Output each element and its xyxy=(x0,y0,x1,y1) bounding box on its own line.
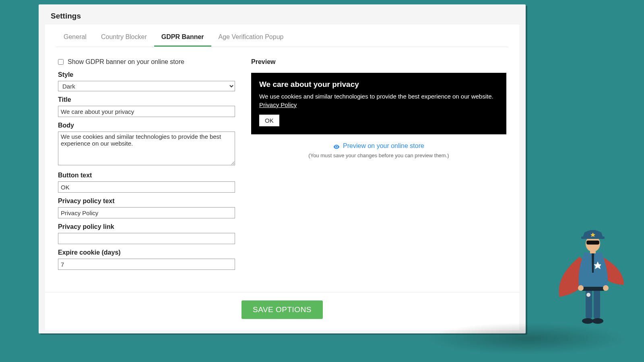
preview-link-text: Preview on your online store xyxy=(343,142,424,150)
tab-age-verification[interactable]: Age Verification Popup xyxy=(211,28,291,47)
preview-privacy-link[interactable]: Privacy Policy xyxy=(259,101,297,108)
body-label: Body xyxy=(58,122,235,129)
style-label: Style xyxy=(58,71,235,78)
privacy-link-input[interactable] xyxy=(58,233,235,244)
title-input[interactable] xyxy=(58,106,235,117)
svg-point-2 xyxy=(582,318,593,324)
preview-label: Preview xyxy=(251,58,506,66)
preview-banner-text: We use cookies and similar technologies … xyxy=(259,93,493,100)
tab-gdpr-banner[interactable]: GDPR Banner xyxy=(154,28,211,47)
tab-general[interactable]: General xyxy=(56,28,94,47)
preview-ok-button[interactable]: OK xyxy=(259,115,279,126)
preview-on-store-link[interactable]: Preview on your online store xyxy=(333,142,424,150)
body-textarea[interactable] xyxy=(58,132,235,165)
show-banner-checkbox[interactable] xyxy=(58,59,64,65)
preview-hint: (You must save your changes before you c… xyxy=(251,152,506,158)
preview-banner: We care about your privacy We use cookie… xyxy=(251,73,506,134)
panel-footer: SAVE OPTIONS xyxy=(45,292,519,319)
expire-input[interactable] xyxy=(58,259,235,270)
panel-body: General Country Blocker GDPR Banner Age … xyxy=(45,25,519,330)
content-area: Show GDPR banner on your online store St… xyxy=(45,47,519,270)
privacy-link-label: Privacy policy link xyxy=(58,223,235,230)
eye-icon xyxy=(333,144,340,148)
save-button[interactable]: SAVE OPTIONS xyxy=(242,300,323,319)
panel-header: Settings xyxy=(39,4,526,25)
svg-rect-11 xyxy=(586,241,599,245)
svg-rect-4 xyxy=(582,287,604,291)
show-banner-label: Show GDPR banner on your online store xyxy=(68,58,184,66)
preview-banner-title: We care about your privacy xyxy=(259,80,498,89)
preview-column: Preview We care about your privacy We us… xyxy=(251,58,506,270)
svg-point-7 xyxy=(578,285,584,291)
expire-label: Expire cookie (days) xyxy=(58,249,235,256)
title-label: Title xyxy=(58,96,235,103)
form-column: Show GDPR banner on your online store St… xyxy=(58,58,235,270)
preview-banner-body: We use cookies and similar technologies … xyxy=(259,92,498,109)
hero-illustration xyxy=(555,224,628,331)
svg-rect-1 xyxy=(594,289,600,319)
svg-rect-12 xyxy=(581,237,605,239)
svg-point-5 xyxy=(586,293,590,297)
privacy-text-input[interactable] xyxy=(58,207,235,218)
style-select[interactable]: Dark xyxy=(58,81,235,91)
settings-panel: Settings General Country Blocker GDPR Ba… xyxy=(39,4,526,333)
preview-link-row: Preview on your online store xyxy=(251,142,506,151)
svg-point-3 xyxy=(592,318,603,324)
tab-country-blocker[interactable]: Country Blocker xyxy=(94,28,154,47)
button-text-input[interactable] xyxy=(58,181,235,193)
button-text-label: Button text xyxy=(58,172,235,179)
page-title: Settings xyxy=(51,12,514,21)
show-banner-row: Show GDPR banner on your online store xyxy=(58,58,235,66)
privacy-text-label: Privacy policy text xyxy=(58,197,235,205)
svg-point-8 xyxy=(603,285,609,291)
tabs: General Country Blocker GDPR Banner Age … xyxy=(56,25,508,47)
